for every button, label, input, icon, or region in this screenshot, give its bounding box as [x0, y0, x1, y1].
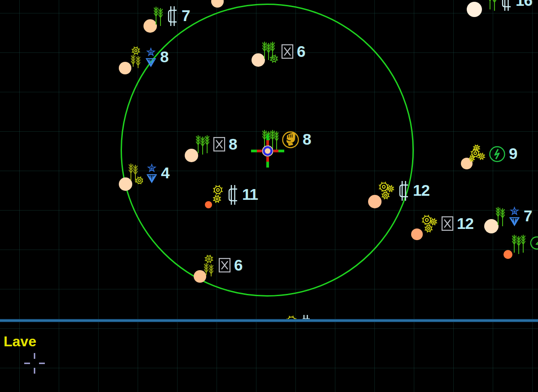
star-badge-icon [146, 164, 158, 183]
system-info-cluster: 6 [262, 41, 305, 63]
chart-area[interactable]: 7 8 6 8 8 4 11 [0, 0, 538, 319]
tech-level: 7 [524, 208, 532, 225]
star-badge-icon [508, 207, 521, 226]
chart-cursor-icon[interactable] [23, 352, 46, 375]
wheat-2-icon [487, 0, 498, 11]
tech-level: 8 [229, 136, 237, 154]
gears-3-icon [379, 181, 395, 201]
wheat-gear-green-icon [262, 41, 278, 63]
wheat-3-icon [195, 134, 210, 155]
system-dot[interactable] [503, 250, 512, 259]
system-info-cluster [512, 233, 538, 255]
tech-level: 6 [297, 43, 305, 61]
gear-1-icon [286, 315, 297, 319]
colon-currency-icon [500, 0, 513, 11]
tech-level: 12 [457, 215, 473, 233]
system-info-cluster: 7 [153, 5, 190, 27]
wheat-gear-olive-top-icon [203, 255, 215, 276]
tech-level: 11 [242, 186, 258, 204]
box-x-icon [213, 136, 226, 154]
wheat-2-icon [153, 6, 164, 26]
system-info-cluster: 12 [286, 314, 331, 319]
box-x-icon [281, 43, 294, 61]
wheat-gear-olive-br-icon [128, 163, 143, 184]
power-circle-icon [488, 145, 506, 163]
system-dot[interactable] [411, 228, 423, 240]
chart-divider-line [0, 319, 538, 322]
tech-level: 4 [161, 165, 169, 182]
tech-level: 12 [413, 182, 430, 200]
galactic-chart-screen: 7 8 6 8 8 4 11 [0, 0, 538, 392]
system-info-cluster: 11 [213, 184, 258, 206]
gears-3-icon [422, 214, 438, 234]
box-x-icon [218, 257, 231, 275]
colon-currency-icon [166, 6, 179, 26]
system-info-cluster: 6 [203, 255, 242, 276]
system-info-cluster: 7 [495, 206, 532, 227]
wheat-2-icon [495, 206, 506, 227]
system-info-cluster: 8 [195, 134, 237, 155]
wheat-3-icon [512, 234, 526, 254]
system-info-cluster: 16 [487, 0, 532, 12]
system-info-cluster: 12 [379, 180, 430, 202]
colon-currency-icon [299, 314, 312, 319]
system-dot[interactable] [205, 201, 212, 208]
system-info-cluster: 12 [422, 213, 473, 235]
system-info-cluster: 4 [128, 163, 169, 184]
system-dot[interactable] [467, 2, 482, 17]
wheat-gear-olive-top-icon [130, 47, 142, 68]
crescent-icon [529, 236, 538, 253]
colon-currency-icon [398, 181, 410, 201]
star-badge-icon [145, 47, 157, 67]
player-position-crosshair-icon [251, 134, 285, 168]
box-x-icon [441, 215, 454, 233]
system-dot[interactable] [211, 0, 224, 8]
tech-level: 7 [182, 8, 190, 25]
tech-level: 6 [234, 257, 242, 275]
tech-level: 16 [516, 0, 532, 10]
system-info-cluster: 8 [130, 47, 168, 68]
tech-level: 9 [509, 146, 517, 163]
tech-level: 8 [160, 49, 168, 66]
gears-4-icon [469, 145, 486, 164]
gears-2-icon [213, 185, 224, 205]
colon-currency-icon [227, 185, 239, 205]
selected-system-label: Lave [4, 334, 36, 349]
system-info-cluster: 9 [469, 143, 517, 165]
tech-level: 8 [303, 131, 311, 149]
